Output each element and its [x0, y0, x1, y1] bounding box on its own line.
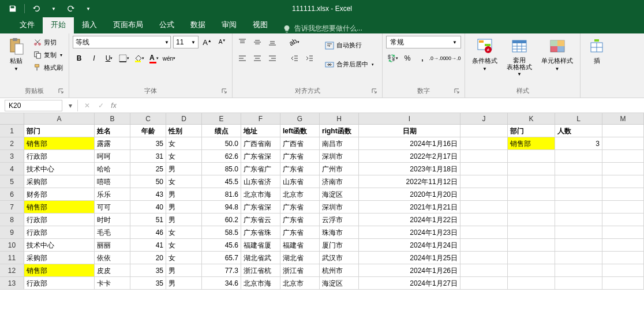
cell[interactable] [508, 252, 555, 264]
cell[interactable] [460, 163, 508, 175]
cell[interactable]: 女 [166, 175, 202, 188]
cell[interactable]: 58.5 [202, 226, 241, 238]
cell[interactable] [508, 150, 555, 162]
cell[interactable] [555, 239, 602, 251]
cell[interactable] [508, 277, 555, 289]
cell[interactable]: 31 [130, 150, 166, 162]
cell[interactable]: 35 [130, 277, 166, 289]
cell[interactable]: 2021年1月21日 [359, 201, 460, 213]
cell[interactable]: left函数 [280, 125, 320, 137]
cell[interactable]: 福建省厦 [241, 239, 280, 251]
cell[interactable] [555, 214, 602, 226]
format-table-button[interactable]: 套用 表格格式▼ [503, 36, 536, 78]
row-header[interactable]: 4 [0, 163, 24, 175]
cell[interactable]: 性别 [166, 125, 202, 137]
row-header[interactable]: 13 [0, 277, 24, 289]
cell[interactable]: 2024年1月22日 [359, 214, 460, 226]
col-header-A[interactable]: A [24, 113, 95, 124]
cell[interactable]: 45.6 [202, 239, 241, 251]
row-header[interactable]: 6 [0, 188, 24, 200]
enter-formula-button[interactable]: ✓ [94, 100, 108, 111]
cell[interactable]: 2024年1月16日 [359, 137, 460, 149]
decrease-decimal-button[interactable]: .00→.0 [446, 52, 459, 65]
cell[interactable]: 广州市 [320, 163, 359, 175]
orientation-button[interactable]: ab▾ [288, 36, 301, 48]
cell[interactable]: 女 [166, 226, 202, 238]
cell[interactable]: 男 [166, 277, 202, 289]
cell[interactable] [602, 137, 644, 149]
cell[interactable]: 广东省深 [241, 150, 280, 162]
cell[interactable]: 湖北省武 [241, 252, 280, 264]
cell[interactable] [460, 239, 508, 251]
tell-me-search[interactable]: 告诉我您想要做什么... [276, 24, 369, 33]
cell[interactable]: 部门 [24, 125, 95, 137]
cell[interactable]: 广西省 [280, 137, 320, 149]
col-header-C[interactable]: C [130, 113, 166, 124]
cell[interactable]: 2024年1月24日 [359, 239, 460, 251]
cell[interactable]: 50 [130, 175, 166, 188]
cell[interactable]: 湖北省 [280, 252, 320, 264]
cell[interactable]: 珠海市 [320, 226, 359, 238]
paste-button[interactable]: 粘贴 ▼ [3, 36, 29, 73]
row-header[interactable]: 10 [0, 239, 24, 251]
italic-button[interactable]: I [88, 52, 100, 65]
cell[interactable]: 2023年1月18日 [359, 163, 460, 175]
row-header[interactable]: 7 [0, 201, 24, 213]
percent-button[interactable]: % [401, 52, 414, 65]
cell[interactable]: 财务部 [24, 188, 95, 200]
cell[interactable]: 北京市 [280, 277, 320, 289]
border-button[interactable]: ▾ [118, 52, 130, 65]
cell[interactable]: 43 [130, 188, 166, 200]
redo-button[interactable] [63, 2, 79, 16]
cell[interactable]: 乐乐 [95, 188, 130, 200]
font-name-combo[interactable]: 等线▼ [73, 36, 171, 48]
cell[interactable] [602, 150, 644, 162]
align-right-button[interactable] [266, 52, 279, 65]
cell[interactable]: 男 [166, 214, 202, 226]
undo-button[interactable] [28, 2, 44, 16]
row-header[interactable]: 8 [0, 214, 24, 226]
cell[interactable] [508, 264, 555, 276]
cell[interactable]: 男 [166, 264, 202, 276]
cell[interactable]: 20 [130, 252, 166, 264]
cell[interactable]: 50.0 [202, 137, 241, 149]
cell[interactable]: 卡卡 [95, 277, 130, 289]
col-header-E[interactable]: E [202, 113, 241, 124]
cell[interactable]: 2020年1月20日 [359, 188, 460, 200]
font-color-button[interactable]: A▾ [148, 52, 160, 65]
cell[interactable]: 25 [130, 163, 166, 175]
clipboard-dialog-launcher[interactable] [57, 88, 65, 96]
align-bottom-button[interactable] [266, 36, 279, 48]
cell[interactable]: 杭州市 [320, 264, 359, 276]
cell[interactable]: 丽丽 [95, 239, 130, 251]
cell[interactable]: 41 [130, 239, 166, 251]
cell[interactable]: 广东省 [280, 201, 320, 213]
cell[interactable]: 广东省 [280, 214, 320, 226]
cell[interactable]: 销售部 [24, 264, 95, 276]
cell[interactable] [460, 264, 508, 276]
cell[interactable] [460, 201, 508, 213]
cell[interactable]: 62.6 [202, 150, 241, 162]
cell[interactable] [602, 277, 644, 289]
name-box[interactable]: K20 [5, 100, 62, 111]
col-header-B[interactable]: B [95, 113, 130, 124]
cell[interactable]: 男 [166, 201, 202, 213]
qat-customize[interactable]: ▼ [80, 2, 96, 16]
cell[interactable]: 2022年11月12日 [359, 175, 460, 188]
name-box-dropdown[interactable]: ▾ [66, 102, 75, 110]
cell[interactable] [460, 226, 508, 238]
fill-color-button[interactable]: ▾ [133, 52, 145, 65]
cell[interactable] [460, 137, 508, 149]
col-header-D[interactable]: D [166, 113, 202, 124]
row-header[interactable]: 12 [0, 264, 24, 276]
cell[interactable]: 北京市海 [241, 188, 280, 200]
cell[interactable]: 女 [166, 252, 202, 264]
cell[interactable]: 60.2 [202, 214, 241, 226]
cell[interactable]: 深圳市 [320, 201, 359, 213]
cell[interactable] [555, 175, 602, 188]
cell[interactable]: 男 [166, 188, 202, 200]
cell[interactable]: 85.0 [202, 163, 241, 175]
cell[interactable] [602, 252, 644, 264]
cell[interactable]: 姓名 [95, 125, 130, 137]
cell[interactable] [460, 150, 508, 162]
